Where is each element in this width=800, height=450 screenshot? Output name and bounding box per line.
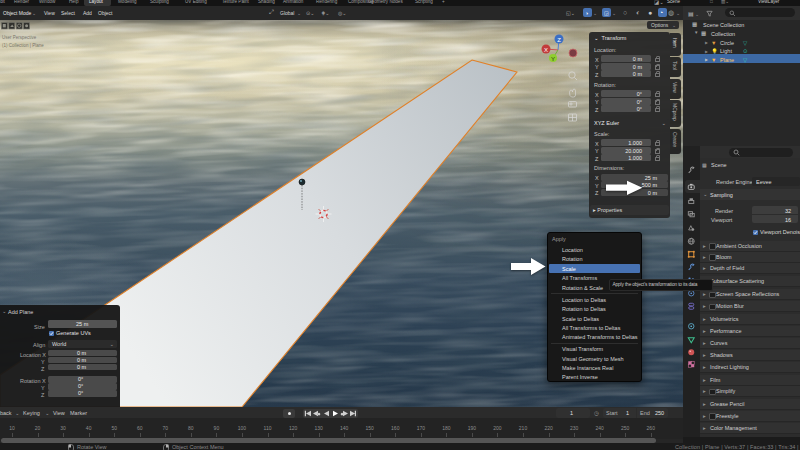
svg-text:Y: Y (551, 56, 555, 62)
svg-text:X: X (544, 47, 548, 53)
svg-text:Z: Z (557, 37, 561, 43)
